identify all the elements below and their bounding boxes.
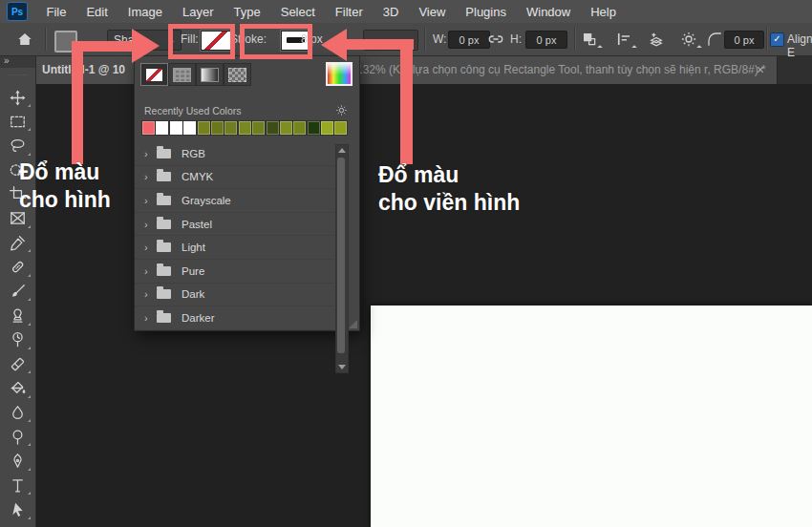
clone-stamp-tool[interactable] xyxy=(7,306,30,326)
path-operations-icon[interactable] xyxy=(579,29,600,50)
menu-item[interactable]: Filter xyxy=(325,5,373,19)
color-swatch[interactable] xyxy=(293,121,306,135)
fill-picker-panel: Recently Used Colors › RGB › CMYK xyxy=(134,55,360,331)
menu-item[interactable]: Image xyxy=(118,5,172,19)
align-edges-checkbox[interactable]: ✓ xyxy=(770,32,784,47)
path-arrangement-icon[interactable] xyxy=(646,29,667,50)
pen-tool[interactable] xyxy=(7,452,30,471)
shape-width-input[interactable]: 0 px xyxy=(448,31,490,49)
color-group-row[interactable]: › RGB xyxy=(135,142,334,166)
caret-icon xyxy=(696,45,702,51)
chevron-right-icon[interactable]: › xyxy=(144,265,157,277)
panel-settings-gear-icon[interactable] xyxy=(335,103,348,120)
home-icon[interactable] xyxy=(14,29,35,50)
color-swatch[interactable] xyxy=(239,121,251,135)
menu-item[interactable]: Layer xyxy=(173,5,224,19)
chevron-right-icon[interactable]: › xyxy=(144,171,157,182)
separator xyxy=(424,28,426,51)
color-swatch[interactable] xyxy=(267,121,279,135)
menu-item[interactable]: Help xyxy=(581,5,627,19)
chevron-right-icon[interactable]: › xyxy=(144,148,157,159)
color-swatch[interactable] xyxy=(321,121,333,135)
corner-radius-input[interactable]: 0 px xyxy=(724,31,764,49)
caret-icon xyxy=(597,45,603,51)
color-group-row[interactable]: › Grayscale xyxy=(135,189,334,213)
link-dimensions-icon[interactable] xyxy=(485,29,506,50)
fill-arrow-stem xyxy=(72,41,83,164)
close-tab-icon[interactable]: × xyxy=(757,62,764,77)
menu-item[interactable]: 3D xyxy=(373,5,409,19)
marquee-tool[interactable] xyxy=(7,112,30,131)
color-swatch[interactable] xyxy=(211,121,224,135)
color-swatch[interactable] xyxy=(198,121,210,135)
menu-item[interactable]: View xyxy=(409,5,456,19)
color-swatch[interactable] xyxy=(308,121,320,135)
history-brush-tool[interactable] xyxy=(7,330,30,349)
separator xyxy=(45,28,47,51)
tools-panel: » xyxy=(0,55,36,527)
menu-item[interactable]: Window xyxy=(516,5,580,19)
color-group-row[interactable]: › Darker xyxy=(135,306,334,330)
folder-icon xyxy=(157,196,171,205)
color-group-row[interactable]: › Pure xyxy=(135,260,334,284)
color-group-row[interactable]: › Dark xyxy=(135,284,334,307)
menu-item[interactable]: Type xyxy=(224,5,270,19)
color-swatch[interactable] xyxy=(280,121,292,135)
fill-mode-none-button[interactable] xyxy=(140,63,168,86)
panel-resize-grip[interactable] xyxy=(349,320,357,328)
type-tool[interactable] xyxy=(7,475,30,495)
eyedropper-tool[interactable] xyxy=(7,233,30,252)
scroll-up-icon[interactable] xyxy=(338,148,346,153)
align-edges-label: Align E xyxy=(787,32,812,59)
photoshop-logo-icon: Ps xyxy=(7,2,28,21)
paint-bucket-tool[interactable] xyxy=(7,379,30,398)
gradient-icon xyxy=(201,68,219,82)
chevron-right-icon[interactable]: › xyxy=(144,242,157,253)
dodge-tool[interactable] xyxy=(7,427,30,446)
color-group-row[interactable]: › Pastel xyxy=(135,213,334,237)
color-group-label: Dark xyxy=(182,288,204,300)
document-canvas[interactable] xyxy=(371,306,812,527)
toolbar-grip[interactable] xyxy=(8,68,28,75)
fill-mode-pattern-button[interactable] xyxy=(224,63,251,86)
color-swatch[interactable] xyxy=(142,121,155,135)
shape-height-input[interactable]: 0 px xyxy=(525,31,567,49)
spot-healing-tool[interactable] xyxy=(7,258,30,277)
color-swatch[interactable] xyxy=(170,121,182,135)
fill-mode-gradient-button[interactable] xyxy=(196,63,224,86)
lasso-tool[interactable] xyxy=(7,137,30,156)
panel-scrollbar[interactable] xyxy=(335,144,349,373)
color-swatch[interactable] xyxy=(252,121,265,135)
color-group-row[interactable]: › CMYK xyxy=(135,166,334,190)
menu-item[interactable]: Plugins xyxy=(456,5,517,19)
blur-tool[interactable] xyxy=(7,403,30,422)
menu-item[interactable]: File xyxy=(36,5,76,19)
path-selection-tool[interactable] xyxy=(7,500,30,519)
stroke-highlight-rectangle xyxy=(240,24,312,59)
folder-icon xyxy=(157,220,171,229)
expand-toolbar-button[interactable]: » xyxy=(0,55,35,68)
menu-item[interactable]: Select xyxy=(270,5,325,19)
fill-annotation-text: Đổ màu cho hình xyxy=(19,158,111,214)
menu-item[interactable]: Edit xyxy=(76,5,118,19)
fill-mode-solid-button[interactable] xyxy=(168,63,196,86)
gear-icon[interactable] xyxy=(678,29,699,50)
color-picker-button[interactable] xyxy=(326,62,353,86)
caret-icon xyxy=(631,45,637,51)
color-swatch[interactable] xyxy=(224,121,237,135)
chevron-right-icon[interactable]: › xyxy=(144,195,157,206)
scrollbar-thumb[interactable] xyxy=(337,158,345,353)
chevron-right-icon[interactable]: › xyxy=(144,288,157,300)
move-tool[interactable] xyxy=(7,88,30,107)
color-swatch[interactable] xyxy=(183,121,196,135)
brush-tool[interactable] xyxy=(7,282,30,301)
eraser-tool[interactable] xyxy=(7,354,30,373)
scroll-down-icon[interactable] xyxy=(338,365,346,369)
chevron-right-icon[interactable]: › xyxy=(144,312,157,324)
path-alignment-icon[interactable] xyxy=(613,29,634,50)
color-group-label: Grayscale xyxy=(182,195,231,206)
color-group-row[interactable]: › Light xyxy=(135,236,334,260)
chevron-right-icon[interactable]: › xyxy=(144,219,157,230)
color-swatch[interactable] xyxy=(156,121,168,135)
color-swatch[interactable] xyxy=(334,121,347,135)
